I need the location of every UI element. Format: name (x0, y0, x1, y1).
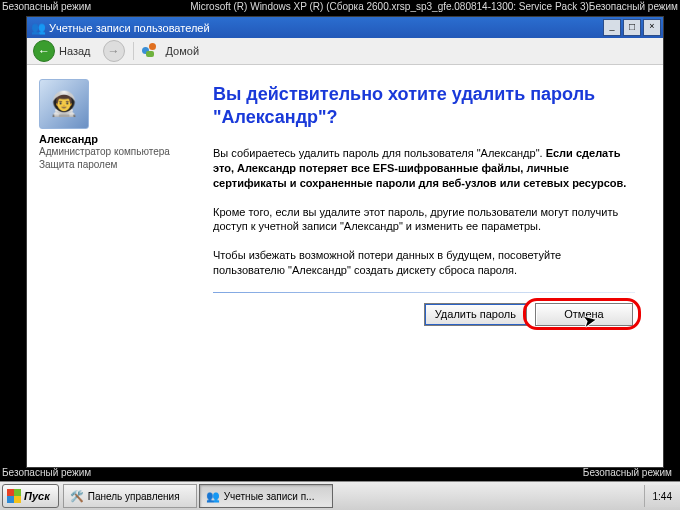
taskbar: Пуск 🛠️ Панель управления 👥 Учетные запи… (0, 481, 680, 510)
warning-paragraph-1: Вы собираетесь удалить пароль для пользо… (213, 146, 635, 191)
warning-paragraph-3: Чтобы избежать возможной потери данных в… (213, 248, 635, 278)
control-panel-icon: 🛠️ (70, 490, 84, 503)
taskbar-item-user-accounts[interactable]: 👥 Учетные записи п... (199, 484, 333, 508)
clock: 1:44 (653, 491, 672, 502)
astronaut-icon: 👨‍🚀 (49, 90, 79, 118)
button-row: Удалить пароль Отмена (213, 301, 635, 326)
user-role: Администратор компьютера (39, 145, 201, 158)
toolbar-separator (133, 42, 134, 60)
users-icon: 👥 (206, 490, 220, 503)
arrow-right-icon: → (108, 44, 120, 58)
forward-button: → (103, 40, 125, 62)
back-label: Назад (59, 45, 91, 57)
users-icon: 👥 (31, 21, 45, 35)
safe-mode-label-tl: Безопасный режим (2, 0, 91, 14)
home-users-icon[interactable] (142, 43, 160, 59)
windows-logo-icon (7, 489, 21, 503)
delete-password-button[interactable]: Удалить пароль (424, 303, 527, 326)
user-name: Александр (39, 133, 201, 145)
main-content: Вы действительно хотите удалить пароль "… (207, 65, 663, 467)
home-label[interactable]: Домой (166, 45, 200, 57)
user-accounts-window: 👥 Учетные записи пользователей _ □ × ← Н… (26, 16, 664, 468)
safe-mode-label-br: Безопасный режим (583, 466, 672, 480)
divider (213, 292, 635, 293)
user-protection: Защита паролем (39, 158, 201, 171)
page-heading: Вы действительно хотите удалить пароль "… (213, 83, 635, 128)
minimize-button[interactable]: _ (603, 19, 621, 36)
start-button[interactable]: Пуск (2, 484, 59, 508)
start-label: Пуск (24, 490, 50, 502)
titlebar[interactable]: 👥 Учетные записи пользователей _ □ × (27, 17, 663, 38)
window-title: Учетные записи пользователей (49, 22, 210, 34)
back-button[interactable]: ← (33, 40, 55, 62)
warning-paragraph-2: Кроме того, если вы удалите этот пароль,… (213, 205, 635, 235)
maximize-button[interactable]: □ (623, 19, 641, 36)
system-tray[interactable]: 1:44 (644, 485, 680, 507)
close-button[interactable]: × (643, 19, 661, 36)
user-avatar: 👨‍🚀 (39, 79, 89, 129)
safe-mode-label-tr: Microsoft (R) Windows XP (R) (Сборка 260… (190, 0, 678, 14)
safe-mode-label-bl: Безопасный режим (2, 466, 91, 480)
nav-toolbar: ← Назад → Домой (27, 38, 663, 65)
user-summary-panel: 👨‍🚀 Александр Администратор компьютера З… (27, 65, 207, 467)
taskbar-item-control-panel[interactable]: 🛠️ Панель управления (63, 484, 197, 508)
arrow-left-icon: ← (38, 44, 50, 58)
